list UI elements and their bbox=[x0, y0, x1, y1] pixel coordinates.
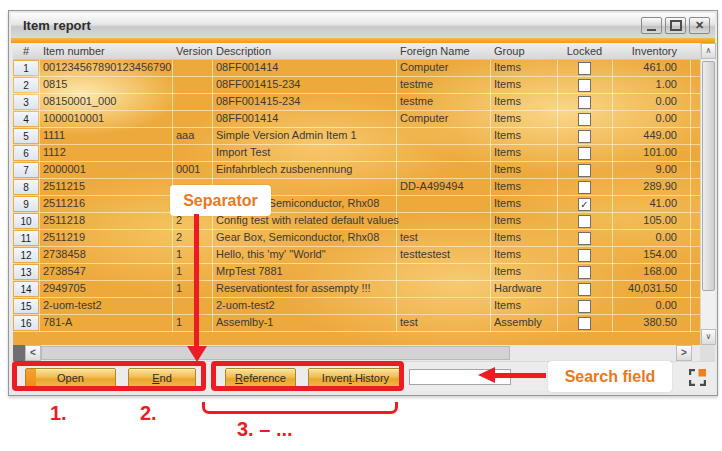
cell-foreign[interactable]: test bbox=[396, 231, 418, 243]
cell-group[interactable]: Items bbox=[490, 180, 521, 192]
cell-group[interactable]: Assembly bbox=[490, 316, 542, 328]
cell-item[interactable]: 2738547 bbox=[39, 265, 172, 277]
row-number-cell[interactable]: 6 bbox=[14, 146, 38, 160]
row-number-cell[interactable]: 10 bbox=[14, 214, 38, 228]
cell-desc[interactable]: MrpTest 7881 bbox=[212, 265, 283, 277]
cell-group[interactable]: Items bbox=[490, 129, 521, 141]
cell-group[interactable]: Items bbox=[490, 248, 521, 260]
locked-checkbox[interactable] bbox=[578, 249, 591, 262]
scroll-left-button[interactable]: < bbox=[25, 345, 41, 361]
horizontal-scrollbar[interactable]: < > bbox=[13, 345, 700, 361]
scroll-up-button[interactable]: ∧ bbox=[701, 43, 716, 59]
table-row[interactable]: 82511215DD-A499494Items289.90 bbox=[13, 179, 700, 196]
row-number-cell[interactable]: 2 bbox=[14, 78, 38, 92]
cell-inventory[interactable]: 40,031.50 bbox=[612, 282, 690, 294]
row-number-cell[interactable]: 16 bbox=[14, 316, 38, 330]
cell-group[interactable]: Items bbox=[490, 214, 521, 226]
cell-group[interactable]: Items bbox=[490, 265, 521, 277]
cell-group[interactable]: Items bbox=[490, 95, 521, 107]
cell-foreign[interactable]: test bbox=[396, 316, 418, 328]
table-row[interactable]: 92511216Gear Box, Semiconductor, Rhx08It… bbox=[13, 196, 700, 213]
maximize-button[interactable] bbox=[665, 17, 686, 34]
cell-desc[interactable]: 2-uom-test2 bbox=[212, 299, 275, 311]
row-number-cell[interactable]: 11 bbox=[14, 231, 38, 245]
cell-desc[interactable]: 08FF001414 bbox=[212, 61, 278, 73]
close-button[interactable]: ✕ bbox=[689, 17, 710, 34]
cell-inventory[interactable]: 105.00 bbox=[612, 214, 690, 226]
locked-checkbox[interactable] bbox=[578, 79, 591, 92]
locked-checkbox[interactable] bbox=[578, 283, 591, 296]
cell-item[interactable]: 2738458 bbox=[39, 248, 172, 260]
cell-desc[interactable]: Reservationtest for assempty !!! bbox=[212, 282, 371, 294]
scroll-right-button[interactable]: > bbox=[676, 345, 692, 361]
column-header-group[interactable]: Group bbox=[494, 45, 525, 57]
cell-inventory[interactable]: 101.00 bbox=[612, 146, 690, 158]
cell-group[interactable]: Items bbox=[490, 78, 521, 90]
cell-inventory[interactable]: 154.00 bbox=[612, 248, 690, 260]
locked-checkbox[interactable] bbox=[578, 113, 591, 126]
cell-desc[interactable]: 08FF001415-234 bbox=[212, 95, 300, 107]
table-row[interactable]: 152-uom-test22-uom-test2Items0.00 bbox=[13, 298, 700, 315]
table-row[interactable]: 4100001000108FF001414ComputerItems0.00 bbox=[13, 111, 700, 128]
cell-inventory[interactable]: 168.00 bbox=[612, 265, 690, 277]
cell-desc[interactable]: Einfahrblech zusbenennung bbox=[212, 163, 352, 175]
locked-checkbox[interactable] bbox=[578, 266, 591, 279]
cell-version[interactable]: 0001 bbox=[172, 163, 200, 175]
scroll-down-button[interactable]: ∨ bbox=[701, 329, 716, 345]
cell-version[interactable]: aaa bbox=[172, 129, 194, 141]
cell-inventory[interactable]: 449.00 bbox=[612, 129, 690, 141]
cell-item[interactable]: 2511218 bbox=[39, 214, 172, 226]
row-number-cell[interactable]: 7 bbox=[14, 163, 38, 177]
cell-item[interactable]: 1111 bbox=[39, 129, 172, 141]
cell-version[interactable]: 1 bbox=[172, 316, 182, 328]
cell-inventory[interactable]: 1.00 bbox=[612, 78, 690, 90]
table-row[interactable]: 16781-A1Assemlby-1testAssembly380.50 bbox=[13, 315, 700, 332]
cell-foreign[interactable]: Computer bbox=[396, 112, 448, 124]
column-header-item[interactable]: Item number bbox=[43, 45, 105, 57]
cell-desc[interactable]: 08FF001414 bbox=[212, 112, 278, 124]
locked-checkbox[interactable] bbox=[578, 96, 591, 109]
locked-checkbox[interactable]: ✓ bbox=[578, 198, 591, 211]
locked-checkbox[interactable] bbox=[578, 232, 591, 245]
locked-checkbox[interactable] bbox=[578, 130, 591, 143]
cell-group[interactable]: Items bbox=[490, 146, 521, 158]
locked-checkbox[interactable] bbox=[578, 147, 591, 160]
expand-form-button[interactable] bbox=[689, 369, 706, 386]
cell-inventory[interactable]: 380.50 bbox=[612, 316, 690, 328]
cell-group[interactable]: Items bbox=[490, 197, 521, 209]
row-number-cell[interactable]: 13 bbox=[14, 265, 38, 279]
row-number-cell[interactable]: 12 bbox=[14, 248, 38, 262]
table-row[interactable]: 1025112182Config test with related defau… bbox=[13, 213, 700, 230]
row-number-cell[interactable]: 14 bbox=[14, 282, 38, 296]
minimize-button[interactable] bbox=[641, 17, 662, 34]
cell-desc[interactable]: Hello, this 'my' "World" bbox=[212, 248, 326, 260]
cell-desc[interactable]: Gear Box, Semiconductor, Rhx08 bbox=[212, 231, 379, 243]
cell-item[interactable]: 0815 bbox=[39, 78, 172, 90]
cell-desc[interactable]: Import Test bbox=[212, 146, 270, 158]
cell-item[interactable]: 2949705 bbox=[39, 282, 172, 294]
table-row[interactable]: 1327385471MrpTest 7881Items168.00 bbox=[13, 264, 700, 281]
cell-item[interactable]: 2-uom-test2 bbox=[39, 299, 172, 311]
table-row[interactable]: 1429497051Reservationtest for assempty !… bbox=[13, 281, 700, 298]
cell-inventory[interactable]: 0.00 bbox=[612, 299, 690, 311]
cell-group[interactable]: Items bbox=[490, 61, 521, 73]
column-header-num[interactable]: # bbox=[13, 45, 39, 57]
locked-checkbox[interactable] bbox=[578, 300, 591, 313]
cell-item[interactable]: 1112 bbox=[39, 146, 172, 158]
cell-version[interactable]: 1 bbox=[172, 282, 182, 294]
row-number-cell[interactable]: 1 bbox=[14, 61, 38, 75]
table-row[interactable]: 1227384581Hello, this 'my' "World"testte… bbox=[13, 247, 700, 264]
locked-checkbox[interactable] bbox=[578, 317, 591, 330]
cell-item[interactable]: 2511219 bbox=[39, 231, 172, 243]
cell-item[interactable]: 00123456789012345679012345 bbox=[39, 61, 172, 73]
cell-group[interactable]: Items bbox=[490, 299, 521, 311]
table-row[interactable]: 10012345678901234567901234508FF001414Com… bbox=[13, 60, 700, 77]
cell-item[interactable]: 2000001 bbox=[39, 163, 172, 175]
cell-item[interactable]: 2511216 bbox=[39, 197, 172, 209]
horizontal-scroll-thumb[interactable] bbox=[41, 346, 510, 360]
row-number-cell[interactable]: 8 bbox=[14, 180, 38, 194]
table-row[interactable]: 308150001_00008FF001415-234testmeItems0.… bbox=[13, 94, 700, 111]
row-number-cell[interactable]: 3 bbox=[14, 95, 38, 109]
cell-inventory[interactable]: 9.00 bbox=[612, 163, 690, 175]
cell-inventory[interactable]: 289.90 bbox=[612, 180, 690, 192]
